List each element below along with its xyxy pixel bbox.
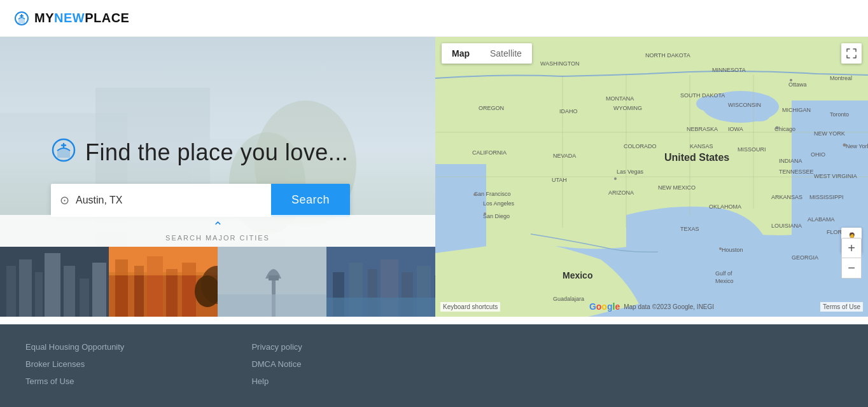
svg-text:TEXAS: TEXAS bbox=[680, 226, 699, 232]
scroll-up-area[interactable]: ⌃ SEARCH MAJOR CITIES bbox=[0, 215, 435, 247]
hero-title-area: Find the place you love... bbox=[51, 137, 348, 169]
svg-rect-25 bbox=[109, 247, 218, 275]
footer-link-broker[interactable]: Broker Licenses bbox=[25, 359, 124, 369]
svg-text:INDIANA: INDIANA bbox=[779, 158, 802, 164]
svg-text:Houston: Houston bbox=[722, 247, 743, 253]
zoom-out-button[interactable]: − bbox=[841, 258, 862, 279]
hero-title-text: Find the place you love... bbox=[85, 139, 348, 166]
zoom-controls: + − bbox=[841, 238, 862, 279]
svg-text:SOUTH DAKOTA: SOUTH DAKOTA bbox=[680, 92, 725, 99]
city-thumb-new-york[interactable] bbox=[0, 247, 109, 317]
svg-text:MINNESOTA: MINNESOTA bbox=[712, 67, 746, 73]
svg-text:NEVADA: NEVADA bbox=[553, 153, 576, 159]
svg-text:San Diego: San Diego bbox=[483, 213, 510, 219]
svg-point-108 bbox=[719, 247, 722, 250]
svg-text:Los Angeles: Los Angeles bbox=[483, 200, 515, 207]
svg-text:Mexico: Mexico bbox=[715, 278, 734, 284]
search-major-cities-label: SEARCH MAJOR CITIES bbox=[165, 234, 270, 242]
svg-text:MICHIGAN: MICHIGAN bbox=[782, 107, 811, 113]
svg-text:NEW YORK: NEW YORK bbox=[814, 130, 845, 137]
search-bar: ⊙ Search bbox=[51, 184, 350, 217]
map-toggle: Map Satellite bbox=[442, 43, 532, 64]
svg-text:MONTANA: MONTANA bbox=[606, 95, 634, 102]
svg-text:GEORGIA: GEORGIA bbox=[792, 254, 818, 261]
svg-point-104 bbox=[776, 127, 779, 130]
svg-rect-42 bbox=[326, 247, 435, 317]
svg-text:UTAH: UTAH bbox=[552, 177, 567, 183]
svg-point-109 bbox=[790, 79, 792, 81]
fullscreen-icon bbox=[846, 48, 857, 59]
svg-text:WYOMING: WYOMING bbox=[613, 105, 642, 111]
svg-text:ALABAMA: ALABAMA bbox=[808, 216, 835, 223]
fullscreen-button[interactable] bbox=[841, 43, 862, 64]
footer-links-left: Equal Housing Opportunity Broker License… bbox=[25, 342, 124, 386]
map-data-text: Map data ©2023 Google, INEGI bbox=[624, 303, 714, 310]
svg-rect-23 bbox=[166, 269, 178, 317]
footer-link-help[interactable]: Help bbox=[251, 376, 302, 386]
search-button[interactable]: Search bbox=[271, 184, 350, 217]
logo[interactable]: MYNEWPLACE bbox=[13, 10, 129, 27]
city-thumbnails bbox=[0, 247, 435, 317]
search-input[interactable] bbox=[76, 195, 262, 206]
svg-rect-32 bbox=[218, 247, 326, 317]
footer-link-equal-housing[interactable]: Equal Housing Opportunity bbox=[25, 342, 124, 352]
logo-text: MYNEWPLACE bbox=[34, 11, 129, 25]
svg-text:NEBRASKA: NEBRASKA bbox=[687, 126, 718, 132]
svg-text:LOUISIANA: LOUISIANA bbox=[771, 223, 802, 229]
svg-text:KANSAS: KANSAS bbox=[690, 143, 713, 149]
header-right bbox=[435, 0, 868, 37]
chevron-up-icon: ⌃ bbox=[213, 220, 223, 233]
svg-point-110 bbox=[614, 177, 617, 180]
svg-point-106 bbox=[473, 193, 476, 196]
map-container[interactable]: WASHINGTON NORTH DAKOTA MONTANA MINNESOT… bbox=[435, 37, 868, 317]
svg-text:WASHINGTON: WASHINGTON bbox=[540, 60, 580, 67]
svg-point-105 bbox=[843, 144, 846, 147]
city-thumb-austin[interactable] bbox=[326, 247, 435, 317]
city-thumb-seattle[interactable] bbox=[218, 247, 326, 317]
svg-point-107 bbox=[484, 212, 486, 215]
zoom-in-button[interactable]: + bbox=[841, 238, 862, 258]
svg-text:Mexico: Mexico bbox=[563, 270, 592, 280]
svg-point-49 bbox=[750, 111, 769, 121]
svg-text:IDAHO: IDAHO bbox=[559, 108, 578, 114]
header: MYNEWPLACE bbox=[0, 0, 435, 37]
svg-text:United States: United States bbox=[664, 152, 729, 163]
svg-text:Guadalajara: Guadalajara bbox=[553, 296, 584, 302]
map-attribution: Google Map data ©2023 Google, INEGI bbox=[589, 301, 714, 312]
svg-text:OKLAHOMA: OKLAHOMA bbox=[709, 204, 741, 210]
map-panel: WASHINGTON NORTH DAKOTA MONTANA MINNESOT… bbox=[435, 37, 868, 317]
cities-section: ⌃ SEARCH MAJOR CITIES bbox=[0, 215, 435, 317]
svg-text:MISSOURI: MISSOURI bbox=[738, 146, 766, 153]
svg-text:San Francisco: San Francisco bbox=[474, 191, 511, 197]
map-svg: WASHINGTON NORTH DAKOTA MONTANA MINNESOT… bbox=[435, 37, 868, 317]
svg-text:ARIZONA: ARIZONA bbox=[608, 190, 634, 196]
svg-text:MISSISSIPPI: MISSISSIPPI bbox=[809, 194, 844, 200]
footer-links-right: Privacy policy DMCA Notice Help bbox=[251, 342, 302, 386]
keyboard-shortcuts[interactable]: Keyboard shortcuts bbox=[440, 302, 500, 312]
svg-rect-17 bbox=[0, 247, 109, 317]
city-thumb-chicago[interactable] bbox=[109, 247, 218, 317]
svg-text:ARKANSAS: ARKANSAS bbox=[771, 194, 802, 200]
svg-text:Montreal: Montreal bbox=[830, 75, 852, 81]
footer: Equal Housing Opportunity Broker License… bbox=[0, 324, 868, 407]
satellite-tab[interactable]: Satellite bbox=[480, 43, 532, 64]
svg-text:Gulf of: Gulf of bbox=[715, 270, 732, 277]
svg-text:OHIO: OHIO bbox=[811, 151, 825, 158]
map-tab[interactable]: Map bbox=[442, 43, 480, 64]
search-input-wrap: ⊙ bbox=[51, 184, 271, 217]
svg-text:New York: New York bbox=[846, 143, 868, 149]
footer-link-terms[interactable]: Terms of Use bbox=[25, 376, 124, 386]
logo-icon bbox=[13, 10, 31, 27]
svg-text:WEST VIRGINIA: WEST VIRGINIA bbox=[814, 173, 857, 179]
terms-of-use[interactable]: Terms of Use bbox=[820, 302, 863, 312]
footer-link-privacy[interactable]: Privacy policy bbox=[251, 342, 302, 352]
svg-text:Las Vegas: Las Vegas bbox=[617, 169, 644, 175]
svg-text:CALIFORNIA: CALIFORNIA bbox=[472, 149, 507, 156]
svg-text:WISCONSIN: WISCONSIN bbox=[728, 102, 761, 108]
svg-text:NORTH DAKOTA: NORTH DAKOTA bbox=[645, 52, 690, 59]
footer-link-dmca[interactable]: DMCA Notice bbox=[251, 359, 302, 369]
svg-text:TENNESSEE: TENNESSEE bbox=[779, 169, 814, 175]
svg-text:NEW MEXICO: NEW MEXICO bbox=[658, 184, 696, 191]
location-icon: ⊙ bbox=[60, 193, 69, 207]
google-logo: Google bbox=[589, 301, 620, 312]
